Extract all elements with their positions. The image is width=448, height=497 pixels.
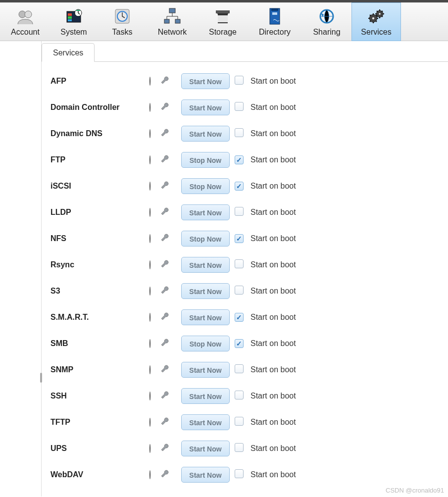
start-on-boot-checkbox[interactable] bbox=[235, 391, 244, 399]
service-name: SNMP bbox=[50, 365, 149, 374]
start-on-boot-label: Start on boot bbox=[247, 365, 447, 374]
start-on-boot-checkbox[interactable] bbox=[235, 102, 244, 111]
toolbar-item-system[interactable]: System bbox=[50, 2, 98, 41]
start-on-boot-checkbox[interactable] bbox=[235, 182, 244, 191]
configure-button[interactable] bbox=[160, 181, 171, 191]
tab-label: Services bbox=[53, 49, 83, 57]
service-row: Domain Controller Start Now Start on boo… bbox=[50, 94, 447, 120]
svg-rect-3 bbox=[68, 19, 72, 21]
start-now-button[interactable]: Start Now bbox=[181, 204, 230, 220]
configure-button[interactable] bbox=[160, 102, 171, 112]
toolbar-item-tasks[interactable]: Tasks bbox=[98, 2, 147, 41]
start-on-boot-checkbox[interactable] bbox=[235, 155, 244, 164]
start-on-boot-checkbox[interactable] bbox=[235, 128, 244, 137]
configure-button[interactable] bbox=[160, 364, 171, 375]
start-now-button[interactable]: Start Now bbox=[181, 73, 230, 89]
status-led bbox=[149, 77, 160, 85]
start-now-button[interactable]: Start Now bbox=[181, 126, 230, 142]
svg-rect-17 bbox=[272, 12, 277, 15]
toolbar-item-label: Sharing bbox=[313, 28, 340, 37]
svg-rect-13 bbox=[218, 15, 228, 22]
left-nav-gutter bbox=[0, 41, 42, 497]
status-led bbox=[149, 392, 160, 400]
svg-rect-12 bbox=[175, 19, 180, 23]
wrench-icon bbox=[160, 417, 169, 426]
configure-button[interactable] bbox=[160, 76, 171, 86]
wrench-icon bbox=[160, 128, 169, 137]
start-now-button[interactable]: Start Now bbox=[181, 99, 230, 115]
start-now-button[interactable]: Start Now bbox=[181, 257, 230, 273]
start-now-button[interactable]: Start Now bbox=[181, 441, 230, 456]
start-on-boot-checkbox[interactable] bbox=[235, 76, 244, 85]
service-row: S.M.A.R.T. Start Now Start on boot bbox=[50, 304, 447, 330]
start-on-boot-label: Start on boot bbox=[247, 129, 447, 138]
toolbar-item-directory[interactable]: Directory bbox=[248, 2, 302, 41]
configure-button[interactable] bbox=[160, 154, 171, 165]
configure-button[interactable] bbox=[160, 417, 171, 427]
status-led bbox=[149, 208, 160, 216]
services-icon bbox=[366, 6, 386, 26]
account-icon bbox=[15, 6, 35, 26]
start-on-boot-label: Start on boot bbox=[247, 182, 447, 191]
service-row: FTP Stop Now Start on boot bbox=[50, 147, 447, 173]
start-now-button[interactable]: Start Now bbox=[181, 283, 230, 299]
start-now-button[interactable]: Start Now bbox=[181, 467, 230, 483]
service-row: SNMP Start Now Start on boot bbox=[50, 356, 447, 383]
service-row: WebDAV Start Now Start on boot bbox=[50, 461, 447, 488]
status-led bbox=[149, 287, 160, 295]
start-on-boot-checkbox[interactable] bbox=[235, 339, 244, 348]
start-now-button[interactable]: Start Now bbox=[181, 388, 230, 404]
wrench-icon bbox=[160, 102, 169, 111]
system-icon bbox=[64, 6, 84, 26]
configure-button[interactable] bbox=[160, 469, 171, 480]
start-on-boot-checkbox[interactable] bbox=[235, 469, 244, 478]
service-row: Dynamic DNS Start Now Start on boot bbox=[50, 120, 447, 147]
configure-button[interactable] bbox=[160, 259, 171, 270]
start-now-button[interactable]: Start Now bbox=[181, 414, 230, 430]
configure-button[interactable] bbox=[160, 128, 171, 139]
toolbar-item-account[interactable]: Account bbox=[1, 2, 50, 41]
stop-now-button[interactable]: Stop Now bbox=[181, 152, 230, 168]
configure-button[interactable] bbox=[160, 312, 171, 322]
storage-icon bbox=[213, 6, 233, 26]
start-on-boot-checkbox[interactable] bbox=[235, 286, 244, 295]
start-on-boot-checkbox[interactable] bbox=[235, 364, 244, 373]
splitter-handle[interactable] bbox=[40, 373, 42, 383]
toolbar-item-storage[interactable]: Storage bbox=[198, 2, 248, 41]
start-on-boot-checkbox[interactable] bbox=[235, 259, 244, 268]
configure-button[interactable] bbox=[160, 443, 171, 453]
toolbar-item-label: Network bbox=[158, 28, 187, 37]
start-on-boot-checkbox[interactable] bbox=[235, 234, 244, 243]
start-now-button[interactable]: Start Now bbox=[181, 309, 230, 325]
configure-button[interactable] bbox=[160, 391, 171, 401]
tab-services[interactable]: Services bbox=[42, 43, 95, 62]
start-now-button[interactable]: Start Now bbox=[181, 362, 230, 378]
stop-now-button[interactable]: Stop Now bbox=[181, 336, 230, 351]
configure-button[interactable] bbox=[160, 286, 171, 296]
stop-now-button[interactable]: Stop Now bbox=[181, 178, 230, 194]
wrench-icon bbox=[160, 364, 169, 373]
configure-button[interactable] bbox=[160, 233, 171, 244]
configure-button[interactable] bbox=[160, 338, 171, 348]
toolbar-item-sharing[interactable]: Sharing bbox=[302, 2, 351, 41]
start-on-boot-label: Start on boot bbox=[247, 208, 447, 217]
status-led bbox=[149, 103, 160, 111]
svg-point-1 bbox=[25, 11, 32, 18]
service-row: LLDP Start Now Start on boot bbox=[50, 199, 447, 225]
start-on-boot-label: Start on boot bbox=[247, 234, 447, 243]
svg-rect-11 bbox=[164, 19, 169, 23]
start-on-boot-label: Start on boot bbox=[247, 444, 447, 453]
svg-rect-10 bbox=[169, 8, 175, 13]
start-on-boot-checkbox[interactable] bbox=[235, 443, 244, 452]
wrench-icon bbox=[160, 338, 169, 347]
start-on-boot-checkbox[interactable] bbox=[235, 417, 244, 426]
tab-strip: Services bbox=[42, 43, 448, 62]
configure-button[interactable] bbox=[160, 207, 171, 217]
toolbar-item-services[interactable]: Services bbox=[351, 2, 401, 41]
status-led bbox=[149, 471, 160, 479]
stop-now-button[interactable]: Stop Now bbox=[181, 231, 230, 247]
start-on-boot-checkbox[interactable] bbox=[235, 313, 244, 322]
status-led bbox=[149, 445, 160, 452]
start-on-boot-checkbox[interactable] bbox=[235, 207, 244, 216]
toolbar-item-network[interactable]: Network bbox=[147, 2, 198, 41]
